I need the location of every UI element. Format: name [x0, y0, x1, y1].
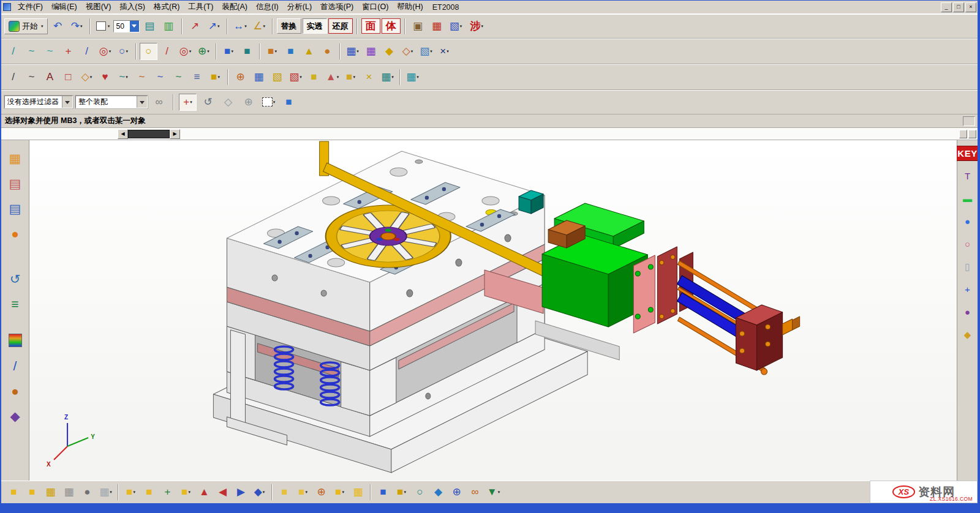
- weight-icon[interactable]: ∞: [466, 484, 484, 501]
- add-component-icon[interactable]: ■: [5, 484, 23, 501]
- more-tools-icon[interactable]: ▦▾: [404, 69, 421, 86]
- chevron-down-icon[interactable]: ▾: [188, 490, 190, 495]
- interpart-link-icon[interactable]: ∞: [150, 94, 168, 111]
- chevron-down-icon[interactable]: [62, 96, 72, 108]
- undo-icon[interactable]: ↶: [49, 18, 67, 35]
- arc-icon[interactable]: ◎▾: [96, 43, 114, 60]
- slider-assembly[interactable]: [542, 203, 647, 327]
- copy-display-icon[interactable]: ▣: [409, 18, 427, 35]
- copy-face-icon[interactable]: ▧: [268, 69, 286, 86]
- chevron-down-icon[interactable]: ▾: [356, 49, 359, 54]
- part-navigator-icon[interactable]: ▤: [4, 198, 26, 219]
- curve-mesh-icon[interactable]: ~: [151, 69, 169, 86]
- assembly-scope-combo[interactable]: 整个装配: [75, 95, 148, 108]
- profile-line-icon[interactable]: /: [4, 69, 22, 86]
- move-rotate-icon[interactable]: ⊕: [312, 484, 330, 501]
- assembly-navigator-icon[interactable]: ▦: [4, 148, 26, 168]
- component-array-icon[interactable]: ▦: [42, 484, 59, 501]
- scroll-left-button[interactable]: ◀: [118, 129, 128, 139]
- scroll-right-button[interactable]: ▶: [170, 129, 180, 139]
- hydraulic-cylinder[interactable]: [633, 247, 799, 375]
- chevron-down-icon[interactable]: ▾: [126, 75, 128, 80]
- menu-item-2[interactable]: 视图(V): [81, 1, 116, 13]
- cube-blue-icon[interactable]: ▧▾: [447, 18, 465, 35]
- constraint-navigator-icon[interactable]: ▤: [4, 173, 26, 193]
- wrap-icon[interactable]: ×: [360, 69, 378, 86]
- stud-icon[interactable]: /: [158, 43, 176, 60]
- shade-translucent-button[interactable]: 实透: [303, 18, 327, 34]
- display-color-swatch[interactable]: ▾: [94, 18, 112, 35]
- suppress-component-icon[interactable]: ■: [276, 484, 293, 501]
- curve-icon[interactable]: ~: [41, 43, 59, 60]
- patch-icon[interactable]: ■: [305, 69, 323, 86]
- pattern-curve-icon[interactable]: ≡: [188, 69, 206, 86]
- tube-tool-icon[interactable]: ■▾: [206, 69, 224, 86]
- constraint-icon[interactable]: ×▾: [435, 43, 453, 60]
- edit-suppression-icon[interactable]: ■▾: [294, 484, 312, 501]
- scroll-mini-button[interactable]: [968, 130, 976, 138]
- menu-item-9[interactable]: 首选项(P): [316, 1, 358, 13]
- vector-constructor-icon[interactable]: ↗▾: [205, 18, 223, 35]
- chevron-down-icon[interactable]: ▾: [263, 490, 265, 495]
- extrude-icon[interactable]: ■▾: [220, 43, 238, 60]
- unite-icon[interactable]: ▦▾: [344, 43, 361, 60]
- pan-view-icon[interactable]: ⊕: [239, 94, 257, 111]
- chevron-down-icon[interactable]: ▾: [337, 75, 339, 80]
- mirror-right-icon[interactable]: ▶: [232, 484, 250, 501]
- chevron-down-icon[interactable]: [130, 21, 139, 32]
- menu-item-1[interactable]: 编辑(E): [47, 1, 81, 13]
- offset-face-icon[interactable]: ■▾: [342, 69, 360, 86]
- chevron-down-icon[interactable]: ▾: [460, 24, 462, 29]
- csys-orient-icon[interactable]: ↗: [186, 18, 204, 35]
- layer-visible-icon[interactable]: ▥: [160, 18, 178, 35]
- helix-icon[interactable]: ~: [170, 69, 187, 86]
- art-spline-icon[interactable]: ♥: [96, 69, 114, 86]
- sequence-icon[interactable]: ■▾: [393, 484, 410, 501]
- body-button[interactable]: 体: [382, 18, 401, 34]
- selection-filter-combo[interactable]: 没有选择过滤器: [4, 95, 73, 108]
- rotate-view-icon[interactable]: ↺: [199, 94, 217, 111]
- arrangements-icon[interactable]: ○: [411, 484, 429, 501]
- move-component-icon[interactable]: ■▾: [177, 484, 195, 501]
- menu-item-5[interactable]: 工具(T): [184, 1, 217, 13]
- capsule-icon[interactable]: ▬: [959, 190, 976, 206]
- chevron-down-icon[interactable]: ▾: [342, 490, 344, 495]
- view-orient-cube-icon[interactable]: ■: [280, 94, 298, 111]
- work-layer-spinner[interactable]: 50: [113, 20, 140, 32]
- close-button[interactable]: ×: [965, 2, 976, 12]
- redo-icon[interactable]: ↷▾: [68, 18, 86, 35]
- chevron-down-icon[interactable]: ▾: [126, 49, 128, 54]
- block-icon[interactable]: ■▾: [263, 43, 281, 60]
- polygon-icon[interactable]: ◇▾: [78, 69, 96, 86]
- sew-icon[interactable]: ▦▾: [379, 69, 396, 86]
- system-materials-icon[interactable]: ≡: [4, 293, 26, 314]
- key-icon[interactable]: KEY: [959, 145, 976, 161]
- point-icon[interactable]: +: [59, 43, 77, 60]
- chevron-down-icon[interactable]: ▾: [207, 49, 209, 54]
- fit-spline-icon[interactable]: ~▾: [115, 69, 132, 86]
- wave-geometry-icon[interactable]: ■: [374, 484, 392, 501]
- cone-icon[interactable]: ▲: [300, 43, 318, 60]
- point-on-curve-icon[interactable]: ◎▾: [176, 43, 194, 60]
- spline-icon[interactable]: ~: [133, 69, 151, 86]
- move-object-icon[interactable]: ⊕: [232, 69, 249, 86]
- template-t-icon[interactable]: T: [959, 168, 976, 184]
- chevron-down-icon[interactable]: ▾: [300, 75, 302, 80]
- find-component-icon[interactable]: ▦: [60, 484, 78, 501]
- exploded-view-icon[interactable]: ▦: [349, 484, 367, 501]
- mirror-left-icon[interactable]: ◀: [214, 484, 232, 501]
- open-component-icon[interactable]: ●: [78, 484, 96, 501]
- interference-icon[interactable]: ⊕: [448, 484, 466, 501]
- chevron-down-icon[interactable]: ▾: [274, 49, 277, 54]
- start-button[interactable]: 开始 ▾: [4, 18, 48, 34]
- menu-item-4[interactable]: 格式(R): [149, 1, 184, 13]
- face-button[interactable]: 面: [361, 18, 380, 34]
- chevron-down-icon[interactable]: ▾: [411, 49, 413, 54]
- menu-item-10[interactable]: 窗口(O): [358, 1, 393, 13]
- edge-blend-icon[interactable]: ◆: [380, 43, 398, 60]
- line-icon[interactable]: /: [78, 43, 96, 60]
- cube-red-icon[interactable]: ▦: [428, 18, 446, 35]
- chevron-down-icon[interactable]: ▾: [244, 24, 247, 29]
- chevron-down-icon[interactable]: ▾: [404, 490, 406, 495]
- cylinder-icon[interactable]: ■: [282, 43, 300, 60]
